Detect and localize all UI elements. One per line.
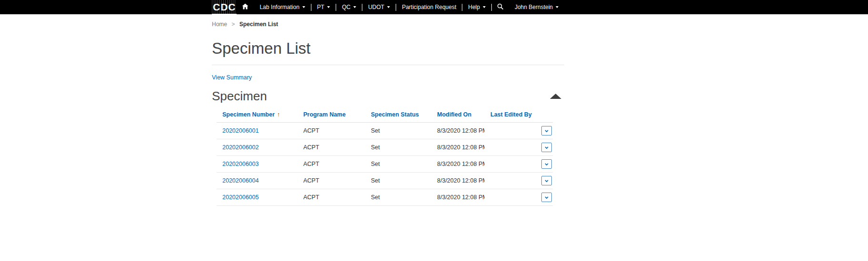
nav-item-participation-request[interactable]: Participation Request [396, 0, 462, 14]
modified-on-cell: 8/3/2020 12:08 PM [431, 173, 485, 189]
specimen-number-link[interactable]: 20202006001 [222, 127, 259, 134]
chevron-down-icon [302, 6, 305, 8]
last-edited-by-cell [485, 173, 534, 189]
specimen-status-cell: Set [365, 189, 431, 206]
nav-item-label: Lab Information [259, 4, 299, 10]
row-actions-cell [534, 123, 553, 139]
row-actions-dropdown-button[interactable] [541, 143, 552, 152]
specimen-number-link[interactable]: 20202006002 [222, 144, 259, 151]
table-header-row: Specimen Number↑ Program Name Specimen S… [217, 107, 553, 123]
nav-item-label: UDOT [368, 4, 384, 10]
modified-on-cell: 8/3/2020 12:08 PM [431, 139, 485, 156]
row-actions-cell [534, 156, 553, 173]
breadcrumb-current: Specimen List [239, 21, 278, 28]
chevron-down-icon [353, 6, 356, 8]
row-actions-cell [534, 173, 553, 189]
top-navbar: CDC Lab Information PT QC [0, 0, 868, 14]
nav-item-label: Help [468, 4, 480, 10]
chevron-down-icon [544, 194, 549, 201]
home-nav-button[interactable] [237, 0, 254, 14]
chevron-down-icon [483, 6, 486, 8]
chevron-down-icon [544, 127, 549, 135]
chevron-down-icon [544, 177, 549, 184]
program-name-cell: ACPT [298, 189, 365, 206]
user-name-label: John Bernstein [515, 4, 553, 10]
specimen-table-body: 20202006001 ACPT Set 8/3/2020 12:08 PM 2… [217, 123, 553, 206]
table-row: 20202006005 ACPT Set 8/3/2020 12:08 PM [217, 189, 553, 206]
search-icon [497, 3, 504, 11]
modified-on-cell: 8/3/2020 12:08 PM [431, 189, 485, 206]
specimen-number-cell: 20202006003 [217, 156, 298, 173]
cdc-logo[interactable]: CDC [212, 0, 237, 14]
table-row: 20202006002 ACPT Set 8/3/2020 12:08 PM [217, 139, 553, 156]
table-row: 20202006004 ACPT Set 8/3/2020 12:08 PM [217, 173, 553, 189]
specimen-status-cell: Set [365, 173, 431, 189]
specimen-number-link[interactable]: 20202006004 [222, 177, 259, 184]
nav-item-label: Participation Request [402, 4, 456, 10]
chevron-down-icon [544, 161, 549, 168]
last-edited-by-cell [485, 139, 534, 156]
column-header-last-edited-by[interactable]: Last Edited By [485, 107, 534, 123]
nav-menu: Lab Information PT QC UDOT Participation… [237, 0, 564, 14]
program-name-cell: ACPT [298, 156, 365, 173]
chevron-down-icon [556, 6, 559, 8]
nav-item-label: QC [342, 4, 350, 10]
modified-on-cell: 8/3/2020 12:08 PM [431, 123, 485, 139]
breadcrumb-home-link[interactable]: Home [212, 21, 227, 28]
column-header-specimen-status[interactable]: Specimen Status [365, 107, 431, 123]
specimen-number-link[interactable]: 20202006003 [222, 161, 259, 167]
page-header: Specimen List [212, 40, 564, 65]
modified-on-cell: 8/3/2020 12:08 PM [431, 156, 485, 173]
table-row: 20202006003 ACPT Set 8/3/2020 12:08 PM [217, 156, 553, 173]
home-icon [242, 3, 249, 11]
specimen-number-cell: 20202006005 [217, 189, 298, 206]
chevron-down-icon [544, 144, 549, 151]
chevron-down-icon [387, 6, 390, 8]
breadcrumb: Home > Specimen List [212, 14, 564, 29]
specimen-number-cell: 20202006001 [217, 123, 298, 139]
row-actions-cell [534, 139, 553, 156]
nav-item-lab-information[interactable]: Lab Information [254, 0, 310, 14]
last-edited-by-cell [485, 156, 534, 173]
last-edited-by-cell [485, 123, 534, 139]
collapse-section-arrow-icon[interactable] [550, 94, 561, 99]
column-header-modified-on[interactable]: Modified On [431, 107, 485, 123]
row-actions-dropdown-button[interactable] [541, 176, 552, 185]
chevron-down-icon [327, 6, 330, 8]
view-summary-link[interactable]: View Summary [212, 74, 252, 81]
nav-item-label: PT [317, 4, 324, 10]
program-name-cell: ACPT [298, 173, 365, 189]
specimen-status-cell: Set [365, 139, 431, 156]
specimen-number-cell: 20202006004 [217, 173, 298, 189]
column-header-specimen-number[interactable]: Specimen Number↑ [217, 107, 298, 123]
specimen-status-cell: Set [365, 156, 431, 173]
column-header-program-name[interactable]: Program Name [298, 107, 365, 123]
table-row: 20202006001 ACPT Set 8/3/2020 12:08 PM [217, 123, 553, 139]
specimen-table-wrap: Specimen Number↑ Program Name Specimen S… [217, 107, 553, 206]
nav-item-udot[interactable]: UDOT [362, 0, 396, 14]
breadcrumb-separator: > [231, 21, 235, 28]
nav-item-qc[interactable]: QC [336, 0, 362, 14]
specimen-status-cell: Set [365, 123, 431, 139]
row-actions-dropdown-button[interactable] [541, 126, 552, 135]
row-actions-dropdown-button[interactable] [541, 193, 552, 202]
row-actions-cell [534, 189, 553, 206]
program-name-cell: ACPT [298, 123, 365, 139]
specimen-section-title: Specimen [212, 89, 267, 104]
specimen-table: Specimen Number↑ Program Name Specimen S… [217, 107, 553, 206]
nav-item-help[interactable]: Help [462, 0, 491, 14]
nav-item-pt[interactable]: PT [311, 0, 336, 14]
user-menu[interactable]: John Bernstein [509, 0, 564, 14]
row-actions-dropdown-button[interactable] [541, 159, 552, 169]
specimen-section-header: Specimen [212, 89, 564, 104]
column-header-actions [534, 107, 553, 123]
sort-ascending-icon: ↑ [277, 111, 280, 118]
program-name-cell: ACPT [298, 139, 365, 156]
specimen-number-link[interactable]: 20202006005 [222, 194, 259, 201]
last-edited-by-cell [485, 189, 534, 206]
page-title: Specimen List [212, 40, 564, 57]
search-nav-button[interactable] [492, 0, 509, 14]
specimen-number-cell: 20202006002 [217, 139, 298, 156]
